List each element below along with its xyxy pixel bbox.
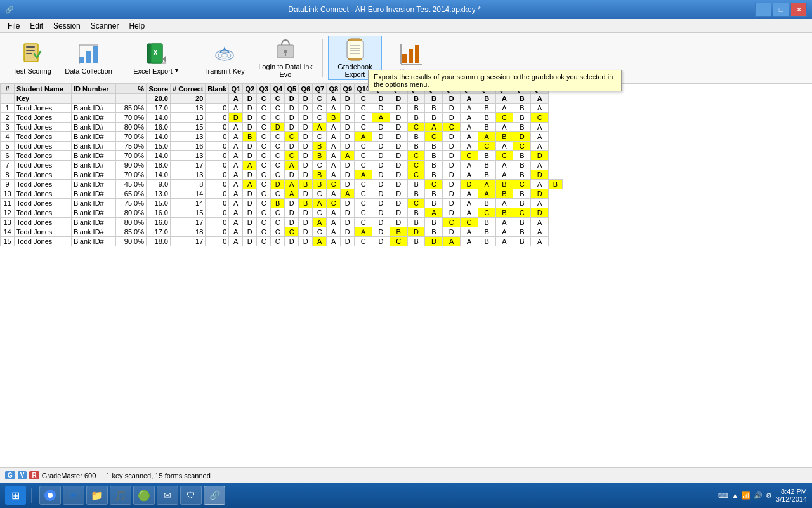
col-header-q3: Q3	[257, 84, 271, 94]
app-icon: 🔗	[5, 6, 14, 14]
start-button[interactable]: ⊞	[5, 486, 26, 505]
excel-dropdown-arrow[interactable]: ▼	[174, 67, 180, 74]
table-row: 5 Todd Jones Blank ID# 75.0% 15.0 16 0 A…	[1, 142, 563, 151]
table-row: 8 Todd Jones Blank ID# 70.0% 14.0 13 0 A…	[1, 170, 563, 180]
svg-point-16	[221, 54, 228, 57]
score-table: # Student Name ID Number % Score # Corre…	[0, 84, 563, 246]
col-header-q2: Q2	[243, 84, 257, 94]
table-row: 15 Todd Jones Blank ID# 90.0% 18.0 17 0 …	[1, 237, 563, 246]
tray-keyboard: ⌨	[718, 491, 728, 500]
menu-help[interactable]: Help	[124, 20, 150, 32]
excel-export-label: Excel Export	[133, 67, 173, 75]
transmit-key-label: Transmit Key	[204, 67, 244, 75]
test-scoring-button[interactable]: Test Scoring	[5, 36, 59, 80]
test-scoring-icon	[20, 41, 45, 66]
toolbar-separator-2	[192, 39, 192, 77]
svg-rect-4	[79, 57, 84, 63]
main-content: # Student Name ID Number % Score # Corre…	[0, 84, 812, 467]
taskbar-explorer[interactable]: 📁	[86, 486, 108, 505]
table-row: 14 Todd Jones Blank ID# 85.0% 17.0 18 0 …	[1, 227, 563, 237]
svg-marker-17	[223, 46, 226, 50]
table-row: 3 Todd Jones Blank ID# 80.0% 16.0 15 0 A…	[1, 123, 563, 132]
col-header-score: Score	[147, 84, 171, 94]
col-header-q8: Q8	[327, 84, 341, 94]
taskbar: ⊞ e 📁 🎵 🟢 ✉ 🛡 🔗 ⌨ ▲ 📶	[0, 483, 812, 508]
tooltip-text: Exports the results of your scanning ses…	[374, 73, 613, 88]
svg-rect-5	[86, 51, 91, 63]
svg-point-19	[284, 50, 287, 53]
col-header-q7: Q7	[313, 84, 327, 94]
svg-point-33	[48, 493, 53, 498]
excel-export-button[interactable]: X Excel Export ▼	[126, 36, 187, 80]
key-row: Key 20.0 20 ADCCDDCADCDDBBDABABA	[1, 94, 563, 104]
key-label	[1, 94, 15, 104]
badge-v: V	[18, 471, 27, 479]
taskbar-sep	[31, 488, 32, 503]
taskbar-chrome[interactable]	[39, 486, 61, 505]
login-datalink-label: Login to DataLink Evo	[257, 63, 314, 78]
table-row: 7 Todd Jones Blank ID# 90.0% 18.0 17 0 A…	[1, 161, 563, 170]
tray-up: ▲	[731, 491, 738, 499]
clock-date: 3/12/2014	[776, 495, 807, 503]
test-scoring-label: Test Scoring	[13, 67, 51, 75]
minimize-button[interactable]: ─	[755, 3, 771, 17]
col-header-q9: Q9	[341, 84, 355, 94]
col-header-num: #	[1, 84, 15, 94]
program-name: GradeMaster 600	[42, 472, 96, 479]
table-row: 9 Todd Jones Blank ID# 45.0% 9.0 8 0 AAC…	[1, 180, 563, 189]
col-header-q5: Q5	[285, 84, 299, 94]
svg-marker-12	[162, 55, 166, 63]
svg-rect-22	[348, 41, 362, 58]
data-collection-button[interactable]: Data Collection	[62, 36, 115, 80]
status-left: G V R GradeMaster 600	[5, 471, 96, 479]
login-datalink-icon	[273, 37, 298, 62]
login-datalink-button[interactable]: Login to DataLink Evo	[254, 36, 317, 80]
badge-g: G	[5, 471, 15, 479]
close-button[interactable]: ✕	[790, 3, 807, 17]
table-row: 2 Todd Jones Blank ID# 70.0% 14.0 13 0 D…	[1, 113, 563, 123]
taskbar-security[interactable]: 🛡	[180, 486, 202, 505]
tooltip: Exports the results of your scanning ses…	[368, 70, 622, 91]
clock-time: 8:42 PM	[776, 488, 807, 495]
table-row: 1 Todd Jones Blank ID# 85.0% 17.0 18 0 A…	[1, 104, 563, 113]
taskbar-right: ⌨ ▲ 📶 🔊 ⚙ 8:42 PM 3/12/2014	[718, 488, 807, 503]
menu-file[interactable]: File	[3, 20, 25, 32]
title-bar: 🔗 DataLink Connect - AH Euro Invasion Te…	[0, 0, 812, 19]
maximize-button[interactable]: □	[773, 3, 789, 17]
svg-rect-27	[402, 54, 407, 63]
taskbar-mail[interactable]: ✉	[157, 486, 178, 505]
table-row: 12 Todd Jones Blank ID# 80.0% 16.0 15 0 …	[1, 208, 563, 218]
taskbar-datalink[interactable]: 🔗	[204, 486, 225, 505]
svg-text:X: X	[153, 48, 158, 57]
menu-scanner[interactable]: Scanner	[86, 20, 124, 32]
menu-bar: File Edit Session Scanner Help	[0, 19, 812, 33]
tray-network: 📶	[742, 491, 750, 500]
svg-point-15	[218, 52, 231, 58]
gradebook-export-icon	[343, 37, 368, 62]
sys-tray: ⌨ ▲ 📶 🔊 ⚙	[718, 491, 772, 500]
table-row: 11 Todd Jones Blank ID# 75.0% 15.0 14 0 …	[1, 199, 563, 208]
col-header-name: Student Name	[15, 84, 72, 94]
transmit-key-icon	[212, 41, 237, 66]
svg-rect-29	[415, 45, 419, 63]
svg-rect-2	[26, 50, 35, 51]
svg-rect-3	[26, 53, 32, 54]
col-header-pct: %	[116, 84, 147, 94]
taskbar-green[interactable]: 🟢	[133, 486, 155, 505]
svg-rect-28	[409, 49, 413, 63]
col-header-q1: Q1	[229, 84, 243, 94]
table-row: 10 Todd Jones Blank ID# 65.0% 13.0 14 0 …	[1, 189, 563, 199]
reports-icon	[399, 41, 424, 66]
svg-rect-1	[26, 46, 35, 48]
window-title: DataLink Connect - AH Euro Invasion Test…	[14, 5, 755, 14]
clock: 8:42 PM 3/12/2014	[776, 488, 807, 503]
tray-system: ⚙	[766, 491, 772, 500]
data-collection-icon	[76, 41, 102, 66]
transmit-key-button[interactable]: Transmit Key	[197, 36, 251, 80]
status-message: 1 key scanned, 15 forms scanned	[106, 472, 210, 479]
taskbar-media[interactable]: 🎵	[110, 486, 131, 505]
menu-session[interactable]: Session	[48, 20, 86, 32]
taskbar-ie[interactable]: e	[63, 486, 84, 505]
menu-edit[interactable]: Edit	[25, 20, 48, 32]
col-header-q6: Q6	[299, 84, 313, 94]
